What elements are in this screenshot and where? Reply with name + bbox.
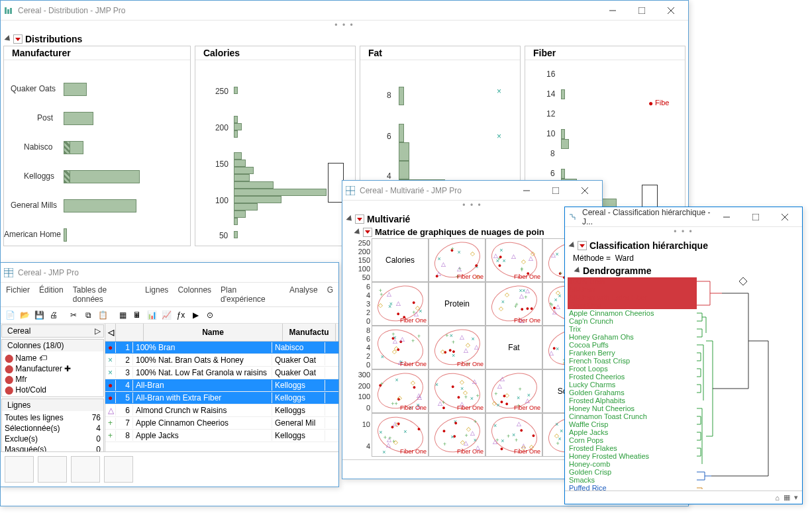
tool-new-icon[interactable]: 📄 — [3, 308, 17, 322]
table-row[interactable]: ●4All-BranKelloggs — [105, 379, 338, 392]
thumbnail[interactable] — [38, 456, 67, 483]
dendrogram-item[interactable]: Honey-comb — [568, 460, 697, 468]
chevron-down-icon[interactable]: ▾ — [794, 493, 798, 502]
dendrogram-item[interactable]: Waffle Crisp — [568, 420, 697, 428]
table-row[interactable]: ●5All-Bran with Extra FiberKelloggs — [105, 392, 338, 404]
close-button[interactable] — [770, 208, 799, 226]
minimize-button[interactable] — [712, 208, 741, 226]
column-item[interactable]: ⬤ Name 🏷 — [5, 353, 101, 363]
table-row[interactable]: ×3100% Nat. Low Fat Granola w raisinsQua… — [105, 367, 338, 379]
menu-analyse[interactable]: Analyse — [289, 285, 318, 304]
home-icon[interactable]: ⌂ — [775, 494, 780, 502]
column-item[interactable]: ⬤ Manufacturer ✚ — [5, 363, 101, 374]
dendrogram-item[interactable]: Lucky Charms — [568, 381, 697, 389]
tool-paste-icon[interactable]: 📋 — [96, 308, 109, 322]
hotspot-icon[interactable] — [578, 241, 587, 250]
menu-plan[interactable]: Plan d'expérience — [221, 285, 280, 304]
menu-tables[interactable]: Tables de données — [73, 285, 136, 304]
dendrogram-item[interactable]: Honey Graham Ohs — [568, 333, 697, 341]
calories-chart[interactable]: 250 200 150 100 50 — [195, 60, 355, 246]
dendrogram-item[interactable]: Cocoa Puffs — [568, 341, 697, 349]
dendrogram-item[interactable]: Trix — [568, 325, 697, 333]
tool-dist-icon[interactable]: 📊 — [145, 308, 158, 322]
menu-lignes[interactable]: Lignes — [145, 285, 168, 304]
dendrogram-item[interactable]: Puffed Rice — [568, 484, 697, 491]
dendrogram-item[interactable]: Cap'n Crunch — [568, 317, 697, 325]
rows-stat[interactable]: Masquée(s)0 — [5, 444, 101, 451]
dendrogram-item[interactable]: Frosted Alphabits — [568, 397, 697, 404]
thumbnail[interactable] — [104, 456, 133, 483]
hotspot-icon[interactable] — [363, 228, 372, 237]
dendrogram-item[interactable]: Cinnamon Toast Crunch — [568, 412, 697, 420]
table-row[interactable]: △6Almond Crunch w RaisinsKelloggs — [105, 404, 338, 417]
maximize-button[interactable] — [627, 1, 656, 20]
tool-cut-icon[interactable]: ✂ — [67, 308, 80, 322]
column-header-name[interactable]: Name — [144, 324, 283, 341]
table-name-section[interactable]: Cereal▷ — [2, 325, 103, 337]
dendrogram-item[interactable]: Corn Pops — [568, 436, 697, 444]
dendrogram-item[interactable]: Smacks — [568, 476, 697, 484]
column-item[interactable]: ⬤ Mfr — [5, 374, 101, 385]
tool-table-icon[interactable]: ▦ — [116, 308, 129, 322]
dendrogram-item[interactable]: All-Bran with Extra Fiber — [568, 293, 697, 301]
multivariate-heading[interactable]: Multivarié — [345, 212, 599, 226]
titlebar[interactable]: Cereal - Distribution - JMP Pro — [1, 1, 688, 21]
hotspot-icon[interactable] — [13, 34, 23, 44]
distributions-heading[interactable]: Distributions — [3, 32, 685, 46]
dendrogram-item[interactable]: Franken Berry — [568, 349, 697, 357]
table-row[interactable]: ×2100% Nat. Bran Oats & HoneyQuaker Oat — [105, 354, 338, 367]
titlebar[interactable]: Cereal - Multivarié - JMP Pro — [342, 181, 602, 201]
dendrogram-item[interactable]: Golden Crisp — [568, 468, 697, 476]
rows-section[interactable]: Lignes — [2, 399, 103, 411]
dendrogram-labels[interactable]: 100% BranAll-BranAll-Bran with Extra Fib… — [568, 277, 697, 491]
table-row[interactable]: ●1100% BranNabisco — [105, 342, 338, 354]
tool-fit-icon[interactable]: 📈 — [160, 308, 173, 322]
hotspot-icon[interactable] — [355, 214, 364, 224]
titlebar[interactable]: Cereal - Classification hiérarchique - J… — [565, 207, 802, 227]
menu-graphe[interactable]: G — [327, 285, 333, 304]
tool-formula-icon[interactable]: ƒx — [174, 308, 187, 322]
page-icon[interactable]: ▦ — [784, 493, 790, 502]
dendrogram-item[interactable]: Apple Cinnamon Cheerios — [568, 309, 697, 317]
tool-print-icon[interactable]: 🖨 — [47, 308, 60, 322]
minimize-button[interactable] — [598, 1, 627, 20]
maximize-button[interactable] — [541, 181, 570, 200]
dendrogram-item[interactable]: Honey Nut Cheerios — [568, 404, 697, 412]
tool-run-icon[interactable]: ▶ — [189, 308, 202, 322]
nav-left-icon[interactable]: ◁ — [105, 324, 116, 341]
tool-open-icon[interactable]: 📂 — [18, 308, 31, 322]
grid-body[interactable]: ●1100% BranNabisco×2100% Nat. Bran Oats … — [105, 342, 338, 442]
maximize-button[interactable] — [741, 208, 770, 226]
tool-lasso-icon[interactable]: ⊙ — [203, 308, 217, 322]
dendrogram-item[interactable]: Golden Grahams — [568, 389, 697, 397]
menu-edition[interactable]: Édition — [39, 285, 64, 304]
dendrogram-heading[interactable]: Dendrogramme — [573, 264, 799, 277]
tool-copy-icon[interactable]: ⧉ — [81, 308, 95, 322]
dendrogram-item[interactable]: Frosted Cheerios — [568, 373, 697, 381]
rows-stat[interactable]: Toutes les lignes76 — [5, 412, 101, 423]
rows-stat[interactable]: Sélectionnée(s)4 — [5, 423, 101, 434]
close-button[interactable] — [656, 1, 685, 20]
grip-icon[interactable]: • • • — [342, 201, 602, 210]
dendrogram-item[interactable]: Fiber One — [568, 301, 697, 309]
dendrogram-tree[interactable] — [697, 277, 799, 491]
dendrogram-item[interactable]: All-Bran — [568, 285, 697, 293]
dendrogram-item[interactable]: 100% Bran — [568, 277, 697, 285]
grip-icon[interactable]: • • • — [565, 227, 802, 236]
tool-save-icon[interactable]: 💾 — [32, 308, 46, 322]
column-item[interactable]: ⬤ Hot/Cold — [5, 385, 101, 395]
dendrogram-item[interactable]: Frosted Flakes — [568, 444, 697, 452]
scatterplot-matrix[interactable]: 25020015010050Calories●+△×◇●+△×◇●+△×Fibe… — [345, 238, 599, 457]
table-row[interactable]: +8Apple JacksKelloggs — [105, 430, 338, 442]
menu-colonnes[interactable]: Colonnes — [178, 285, 211, 304]
manufacturer-chart[interactable]: Quaker Oats Post Nabisco Kelloggs Genera… — [4, 60, 190, 246]
grip-icon[interactable]: • • • — [1, 21, 688, 30]
column-header-manufacturer[interactable]: Manufactu — [283, 324, 336, 341]
minimize-button[interactable] — [512, 181, 541, 200]
scatterplot-matrix-heading[interactable]: Matrice de graphiques de nuages de poin — [353, 226, 599, 238]
columns-section[interactable]: Colonnes (18/0) — [2, 340, 103, 351]
close-button[interactable] — [570, 181, 599, 200]
dendrogram-item[interactable]: Apple Jacks — [568, 428, 697, 436]
thumbnail[interactable] — [5, 456, 34, 483]
thumbnail[interactable] — [71, 456, 100, 483]
